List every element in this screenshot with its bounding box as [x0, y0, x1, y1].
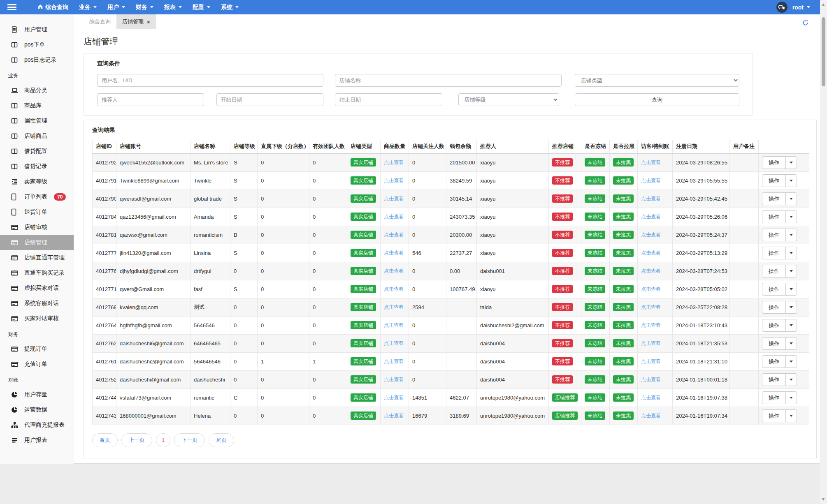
action-split-button[interactable]: 操作	[762, 210, 797, 223]
action-button[interactable]: 操作	[762, 229, 785, 241]
action-button[interactable]: 操作	[762, 157, 785, 169]
action-button[interactable]: 操作	[762, 175, 785, 187]
action-split-button[interactable]: 操作	[762, 174, 797, 187]
nav-item-home[interactable]: 综合查询	[32, 0, 74, 14]
scroll-up-arrow-icon[interactable]	[822, 3, 825, 6]
sidebar-item-用户报表[interactable]: 用户报表	[0, 432, 74, 448]
action-dropdown-toggle[interactable]	[785, 229, 797, 241]
scroll-down-arrow-icon[interactable]	[822, 498, 825, 501]
page-button-上一页[interactable]: 上一页	[121, 433, 152, 447]
action-button[interactable]: 操作	[762, 338, 785, 349]
goods-count-link[interactable]: 点击查看	[384, 214, 404, 220]
action-split-button[interactable]: 操作	[762, 337, 797, 350]
nav-menu-5[interactable]: 配置	[187, 0, 216, 14]
goods-count-link[interactable]: 点击查看	[384, 286, 404, 292]
start-date-input[interactable]	[216, 93, 324, 106]
shop-type-select[interactable]: 店铺类型	[575, 74, 739, 87]
sidebar-item-退货订单[interactable]: 退货订单	[0, 204, 74, 220]
visitors-link[interactable]: 点击查看	[641, 214, 661, 220]
action-split-button[interactable]: 操作	[762, 156, 797, 169]
visitors-link[interactable]: 点击查看	[641, 304, 661, 310]
visitors-link[interactable]: 点击查看	[641, 377, 661, 382]
visitors-link[interactable]: 点击查看	[641, 250, 661, 256]
visitors-link[interactable]: 点击查看	[641, 358, 661, 364]
hamburger-menu-icon[interactable]	[7, 3, 16, 12]
sidebar-item-店铺商品[interactable]: 店铺商品	[0, 128, 74, 143]
visitors-link[interactable]: 点击查看	[641, 395, 661, 400]
sidebar-item-pos下单[interactable]: pos下单	[0, 37, 74, 52]
sidebar-item-提现订单[interactable]: 提现订单	[0, 341, 74, 356]
action-split-button[interactable]: 操作	[762, 319, 797, 332]
sidebar-item-充值订单[interactable]: 充值订单	[0, 356, 74, 372]
goods-count-link[interactable]: 点击查看	[384, 377, 404, 382]
search-button[interactable]: 查询	[575, 93, 739, 106]
action-dropdown-toggle[interactable]	[785, 283, 797, 295]
action-split-button[interactable]: 操作	[762, 355, 797, 368]
sidebar-item-运营数据[interactable]: 运营数据	[0, 402, 74, 417]
vertical-scrollbar[interactable]	[820, 0, 827, 504]
nav-menu-6[interactable]: 系统	[216, 0, 244, 14]
action-dropdown-toggle[interactable]	[785, 193, 797, 205]
visitors-link[interactable]: 点击查看	[641, 178, 661, 183]
visitors-link[interactable]: 点击查看	[641, 196, 661, 201]
action-split-button[interactable]: 操作	[762, 409, 797, 422]
action-dropdown-toggle[interactable]	[785, 265, 797, 277]
visitors-link[interactable]: 点击查看	[641, 413, 661, 418]
page-button-尾页[interactable]: 尾页	[209, 433, 234, 447]
shop-name-input[interactable]	[335, 74, 562, 87]
action-dropdown-toggle[interactable]	[785, 211, 797, 223]
page-button-下一页[interactable]: 下一页	[174, 433, 205, 447]
sidebar-item-系统客服对话[interactable]: 系统客服对话	[0, 296, 74, 311]
sidebar-item-直通车购买记录[interactable]: 直通车购买记录	[0, 265, 74, 280]
tab-shop-management[interactable]: 店铺管理 ×	[116, 14, 156, 29]
action-split-button[interactable]: 操作	[762, 247, 797, 259]
tab-summary-query[interactable]: 综合查询	[84, 14, 116, 29]
action-split-button[interactable]: 操作	[762, 283, 797, 296]
sidebar-item-pos日志记录[interactable]: pos日志记录	[0, 52, 74, 67]
sidebar-item-卖家等级[interactable]: 卖家等级	[0, 174, 74, 189]
sidebar-item-买家对话审核[interactable]: 买家对话审核	[0, 311, 74, 326]
action-button[interactable]: 操作	[762, 356, 785, 368]
action-button[interactable]: 操作	[762, 410, 785, 422]
nav-menu-3[interactable]: 财务	[130, 0, 159, 14]
action-dropdown-toggle[interactable]	[785, 374, 797, 386]
action-dropdown-toggle[interactable]	[785, 410, 797, 422]
nav-menu-2[interactable]: 用户	[102, 0, 130, 14]
goods-count-link[interactable]: 点击查看	[384, 413, 404, 418]
action-button[interactable]: 操作	[762, 301, 785, 313]
sidebar-item-借贷配置[interactable]: 借贷配置	[0, 143, 74, 159]
action-dropdown-toggle[interactable]	[785, 247, 797, 259]
page-current[interactable]: 1	[156, 433, 170, 447]
action-button[interactable]: 操作	[762, 193, 785, 205]
goods-count-link[interactable]: 点击查看	[384, 250, 404, 256]
action-split-button[interactable]: 操作	[762, 229, 797, 241]
sidebar-item-借贷记录[interactable]: 借贷记录	[0, 159, 74, 174]
visitors-link[interactable]: 点击查看	[641, 232, 661, 238]
goods-count-link[interactable]: 点击查看	[384, 340, 404, 346]
goods-count-link[interactable]: 点击查看	[384, 178, 404, 183]
action-dropdown-toggle[interactable]	[785, 175, 797, 187]
sidebar-item-代理商充提报表[interactable]: 代理商充提报表	[0, 417, 74, 432]
goods-count-link[interactable]: 点击查看	[384, 196, 404, 201]
action-button[interactable]: 操作	[762, 374, 785, 386]
user-menu[interactable]: root	[792, 4, 810, 11]
sidebar-item-店铺管理[interactable]: 店铺管理	[0, 235, 74, 250]
sidebar-item-店铺审核[interactable]: 店铺审核	[0, 220, 74, 235]
action-button[interactable]: 操作	[762, 392, 785, 404]
action-button[interactable]: 操作	[762, 247, 785, 259]
visitors-link[interactable]: 点击查看	[641, 160, 661, 165]
action-dropdown-toggle[interactable]	[785, 319, 797, 331]
referrer-input[interactable]	[97, 93, 204, 106]
scrollbar-thumb[interactable]	[822, 17, 825, 86]
username-uid-input[interactable]	[97, 74, 323, 87]
action-button[interactable]: 操作	[762, 265, 785, 277]
goods-count-link[interactable]: 点击查看	[384, 322, 404, 328]
action-split-button[interactable]: 操作	[762, 373, 797, 386]
action-dropdown-toggle[interactable]	[785, 301, 797, 313]
action-dropdown-toggle[interactable]	[785, 356, 797, 368]
goods-count-link[interactable]: 点击查看	[384, 232, 404, 238]
action-split-button[interactable]: 操作	[762, 265, 797, 277]
action-dropdown-toggle[interactable]	[785, 157, 797, 169]
sidebar-item-虚拟买家对话[interactable]: 虚拟买家对话	[0, 280, 74, 296]
nav-menu-1[interactable]: 业务	[74, 0, 102, 14]
